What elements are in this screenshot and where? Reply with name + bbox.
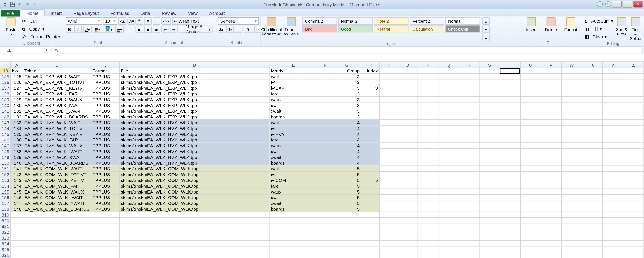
cell[interactable] <box>438 91 459 96</box>
col-header-W[interactable]: W <box>561 62 582 68</box>
clear-button[interactable]: ◧ Clear▾ <box>585 33 614 40</box>
cell[interactable] <box>23 235 91 240</box>
cell[interactable] <box>91 229 119 235</box>
cell[interactable]: skims/trnskmEA_WLK_COM_WLK.tpp <box>119 171 270 177</box>
row-header[interactable]: 145 <box>0 131 11 137</box>
cell[interactable] <box>479 229 500 235</box>
cell[interactable] <box>361 108 379 114</box>
cell[interactable] <box>582 143 602 148</box>
cell[interactable] <box>459 154 479 160</box>
cell[interactable] <box>582 119 602 125</box>
cell[interactable]: 142 <box>10 171 23 177</box>
cell[interactable]: EA_WLK_HVY_WLK_KEYIVT <box>23 131 91 137</box>
cell[interactable]: skims/trnskmEA_WLK_HVY_WLK.tpp <box>119 143 270 148</box>
cell[interactable] <box>418 143 438 148</box>
cell[interactable] <box>602 85 623 91</box>
cell[interactable] <box>379 235 397 240</box>
cell[interactable] <box>317 189 333 195</box>
cell[interactable] <box>541 131 561 137</box>
cell[interactable] <box>561 119 582 125</box>
currency-button[interactable]: $▾ <box>218 26 226 33</box>
cell[interactable] <box>582 108 602 114</box>
cell[interactable] <box>438 200 459 206</box>
cell[interactable]: 3 <box>333 91 361 96</box>
cell[interactable] <box>397 96 418 102</box>
cell[interactable] <box>479 194 500 200</box>
cell[interactable] <box>623 177 644 183</box>
cell[interactable] <box>361 102 379 108</box>
styles-more[interactable]: ≡ <box>482 34 490 41</box>
row-header[interactable]: 140 <box>0 102 11 108</box>
col-header-C[interactable]: C <box>91 62 119 68</box>
cell[interactable] <box>397 85 418 91</box>
cell[interactable] <box>379 206 397 212</box>
cell[interactable]: File <box>119 68 270 74</box>
cell[interactable]: 134 <box>10 125 23 131</box>
cell[interactable] <box>459 85 479 91</box>
cell[interactable] <box>500 137 520 143</box>
cell[interactable] <box>479 96 500 102</box>
cell[interactable] <box>317 91 333 96</box>
cell[interactable]: skims/trnskmEA_WLK_COM_WLK.tpp <box>119 189 270 195</box>
cell[interactable] <box>418 246 438 252</box>
cell[interactable] <box>438 114 459 119</box>
cell[interactable] <box>520 240 541 246</box>
cell[interactable] <box>459 229 479 235</box>
cell[interactable] <box>541 218 561 223</box>
cell[interactable]: skims/trnskmEA_WLK_EXP_WLK.tpp <box>119 91 270 96</box>
cell[interactable] <box>317 148 333 154</box>
cell[interactable] <box>317 206 333 212</box>
cell[interactable]: skims/trnskmEA_WLK_HVY_WLK.tpp <box>119 137 270 143</box>
cell[interactable] <box>459 114 479 119</box>
cell[interactable] <box>623 143 644 148</box>
cell[interactable] <box>379 194 397 200</box>
cell[interactable] <box>361 171 379 177</box>
cell[interactable] <box>23 229 91 235</box>
cell[interactable] <box>623 171 644 177</box>
cell[interactable] <box>459 102 479 108</box>
font-name-select[interactable]: Arial▾ <box>66 17 102 25</box>
cell[interactable]: 4 <box>333 125 361 131</box>
cell[interactable] <box>479 85 500 91</box>
cell[interactable] <box>361 143 379 148</box>
cell[interactable] <box>582 79 602 85</box>
cell[interactable] <box>379 154 397 160</box>
cell[interactable]: TPPLUS <box>91 119 119 125</box>
ribbon-tab-review[interactable]: Review <box>156 10 182 17</box>
cell[interactable]: wait <box>270 119 317 125</box>
cell[interactable] <box>582 218 602 223</box>
row-header[interactable]: 135 <box>0 74 11 79</box>
cell[interactable]: ivtEXP <box>270 85 317 91</box>
col-header-D[interactable]: D <box>119 62 270 68</box>
row-header[interactable]: 820 <box>0 218 11 223</box>
cell[interactable] <box>438 148 459 154</box>
cell[interactable]: skims/trnskmEA_WLK_EXP_WLK.tpp <box>119 114 270 119</box>
cell[interactable] <box>438 85 459 91</box>
cell[interactable] <box>119 235 270 240</box>
cell[interactable] <box>361 194 379 200</box>
cell[interactable] <box>379 148 397 154</box>
cell[interactable] <box>541 74 561 79</box>
cell[interactable] <box>582 160 602 166</box>
cell[interactable]: 138 <box>10 148 23 154</box>
cell[interactable]: TPPLUS <box>91 194 119 200</box>
cell[interactable] <box>418 166 438 171</box>
cell[interactable] <box>459 91 479 96</box>
cell[interactable] <box>582 200 602 206</box>
cell[interactable]: 3 <box>333 102 361 108</box>
cell[interactable] <box>500 171 520 177</box>
cell[interactable] <box>602 218 623 223</box>
cell[interactable] <box>623 218 644 223</box>
cell[interactable]: 3 <box>333 114 361 119</box>
cell[interactable] <box>379 183 397 189</box>
cell[interactable] <box>10 218 23 223</box>
cell[interactable]: 4 <box>333 148 361 154</box>
cell[interactable] <box>379 108 397 114</box>
cell[interactable] <box>520 177 541 183</box>
cell[interactable] <box>438 119 459 125</box>
cell[interactable] <box>582 68 602 74</box>
cell[interactable]: 139 <box>10 154 23 160</box>
col-header-U[interactable]: U <box>520 62 541 68</box>
cell[interactable] <box>582 166 602 171</box>
cell[interactable] <box>520 189 541 195</box>
